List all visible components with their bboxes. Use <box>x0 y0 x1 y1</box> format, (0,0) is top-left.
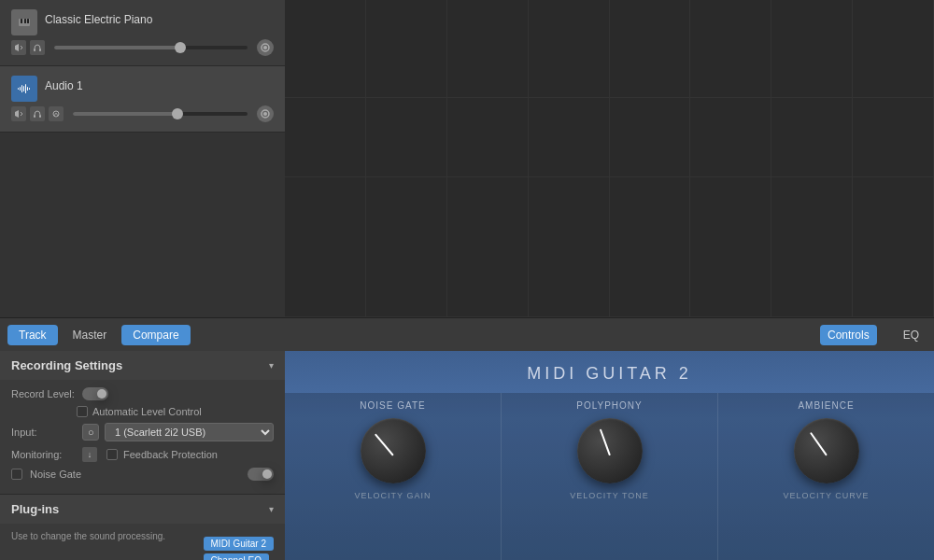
svg-point-25 <box>263 112 267 116</box>
svg-rect-11 <box>18 88 19 90</box>
track-list: Classic Electric Piano <box>0 0 285 317</box>
audio-record-btn[interactable] <box>49 106 64 121</box>
main-container: Classic Electric Piano <box>0 0 934 560</box>
svg-rect-13 <box>21 85 22 92</box>
right-tabs: Controls EQ <box>820 325 927 345</box>
recording-settings-section: Recording Settings ▾ Record Level: <box>0 351 285 495</box>
record-level-label: Record Level: <box>11 388 77 399</box>
plugin-title: MIDI GUITAR 2 <box>527 364 692 384</box>
tab-master[interactable]: Master <box>62 325 119 345</box>
arrangement-row-2 <box>285 98 934 177</box>
svg-marker-4 <box>15 44 19 51</box>
svg-rect-7 <box>34 49 35 51</box>
knob-label-velocity-tone: VELOCITY TONE <box>570 491 649 500</box>
recording-settings-content: Record Level: Automatic Level Control <box>0 380 285 494</box>
svg-line-6 <box>21 48 22 49</box>
monitor-icon[interactable]: ↓ <box>82 447 97 462</box>
recording-settings-chevron: ▾ <box>269 360 274 371</box>
input-channel-box[interactable]: ○ <box>82 424 99 441</box>
knob-group-ambience: AMBIENCE VELOCITY CURVE <box>718 393 934 560</box>
arrangement-row-1 <box>285 0 934 98</box>
plugins-section: Plug-ins ▾ Use to change the sound proce… <box>0 495 285 560</box>
track-name-audio: Audio 1 <box>45 79 83 92</box>
audio-volume-slider[interactable] <box>73 112 248 116</box>
recording-settings-header[interactable]: Recording Settings ▾ <box>0 351 285 380</box>
knob-group-noise-gate: NOISE GATE VELOCITY GAIN <box>285 393 502 560</box>
knob-noise-gate[interactable] <box>361 418 426 483</box>
knob-label-velocity-curve: VELOCITY CURVE <box>783 491 869 500</box>
svg-rect-21 <box>34 115 35 118</box>
svg-rect-2 <box>24 19 26 23</box>
audio-headphone-btn[interactable] <box>30 106 45 121</box>
bottom-content: Recording Settings ▾ Record Level: <box>0 351 934 560</box>
track-list-empty <box>0 133 285 317</box>
midi-guitar-panel: MIDI GUITAR 2 NOISE GATE VELOCITY GAIN P… <box>285 351 934 560</box>
arrangement-row-3 <box>285 177 934 317</box>
knob-group-polyphony: POLYPHONY VELOCITY TONE <box>502 393 718 560</box>
svg-rect-1 <box>21 19 22 23</box>
track-item-audio[interactable]: Audio 1 <box>0 66 285 133</box>
knob-label-ambience: AMBIENCE <box>798 400 854 411</box>
knob-ambience[interactable] <box>794 418 859 483</box>
track-icon-audio <box>11 76 37 102</box>
track-output-btn[interactable] <box>257 39 274 56</box>
track-headphone-btn[interactable] <box>30 40 45 55</box>
input-label: Input: <box>11 427 77 438</box>
feedback-label: Feedback Protection <box>123 449 218 460</box>
tab-compare[interactable]: Compare <box>121 325 190 345</box>
track-mute-btn[interactable] <box>11 40 26 55</box>
tab-eq[interactable]: EQ <box>896 325 927 345</box>
input-row: Input: ○ 1 (Scarlett 2i2 USB) <box>11 423 274 441</box>
plugin-channel-eq[interactable]: Channel EQ <box>204 553 269 560</box>
monitoring-row: Monitoring: ↓ Feedback Protection <box>11 447 274 462</box>
tab-track[interactable]: Track <box>7 325 58 345</box>
audio-mute-btn[interactable] <box>11 106 26 121</box>
plugins-header[interactable]: Plug-ins ▾ <box>0 495 285 524</box>
svg-point-10 <box>263 46 267 49</box>
svg-rect-16 <box>27 87 28 91</box>
auto-level-row: Automatic Level Control <box>77 406 274 417</box>
record-level-toggle[interactable] <box>82 387 108 400</box>
arrangement-area <box>285 0 934 317</box>
knob-label-noise-gate: NOISE GATE <box>360 400 425 411</box>
bottom-section: Track Master Compare Controls EQ Recordi… <box>0 317 934 560</box>
noise-gate-checkbox[interactable] <box>11 469 22 480</box>
track-name-piano: Classic Electric Piano <box>45 13 152 26</box>
audio-output-btn[interactable] <box>257 105 274 122</box>
plugins-description: Use to change the sound processing. <box>11 531 196 541</box>
plugins-title: Plug-ins <box>11 502 59 516</box>
svg-rect-14 <box>23 86 24 91</box>
knob-label-velocity-gain: VELOCITY GAIN <box>355 491 432 500</box>
auto-level-checkbox[interactable] <box>77 406 88 417</box>
svg-rect-22 <box>39 115 41 118</box>
plugins-content: Use to change the sound processing. MIDI… <box>0 524 285 560</box>
auto-level-label: Automatic Level Control <box>92 406 202 417</box>
monitoring-label: Monitoring: <box>11 449 77 460</box>
left-panel: Recording Settings ▾ Record Level: <box>0 351 285 560</box>
feedback-checkbox[interactable] <box>106 449 118 460</box>
bottom-tabs-bar: Track Master Compare Controls EQ <box>0 317 934 351</box>
plugin-tags: MIDI Guitar 2 Channel EQ <box>204 537 274 560</box>
top-section: Classic Electric Piano <box>0 0 934 317</box>
svg-rect-17 <box>29 88 30 90</box>
svg-line-20 <box>21 114 22 116</box>
noise-gate-toggle[interactable] <box>248 468 274 481</box>
knobs-section: NOISE GATE VELOCITY GAIN POLYPHONY VELOC… <box>285 393 934 560</box>
svg-rect-8 <box>39 49 41 51</box>
track-item[interactable]: Classic Electric Piano <box>0 0 285 66</box>
svg-line-5 <box>21 46 22 48</box>
knob-polyphony[interactable] <box>577 418 643 483</box>
input-select[interactable]: 1 (Scarlett 2i2 USB) <box>105 423 274 441</box>
svg-rect-15 <box>25 84 26 93</box>
arrangement-grid <box>285 0 934 317</box>
track-icon-piano <box>11 9 37 35</box>
tab-controls[interactable]: Controls <box>820 325 877 345</box>
svg-line-19 <box>21 112 22 114</box>
track-volume-slider[interactable] <box>54 46 248 49</box>
plugin-midi-guitar[interactable]: MIDI Guitar 2 <box>204 537 274 551</box>
knob-label-polyphony: POLYPHONY <box>576 400 643 411</box>
svg-marker-18 <box>15 110 19 118</box>
noise-gate-label: Noise Gate <box>30 469 81 480</box>
record-level-row: Record Level: <box>11 387 274 400</box>
noise-gate-row: Noise Gate <box>11 468 274 481</box>
